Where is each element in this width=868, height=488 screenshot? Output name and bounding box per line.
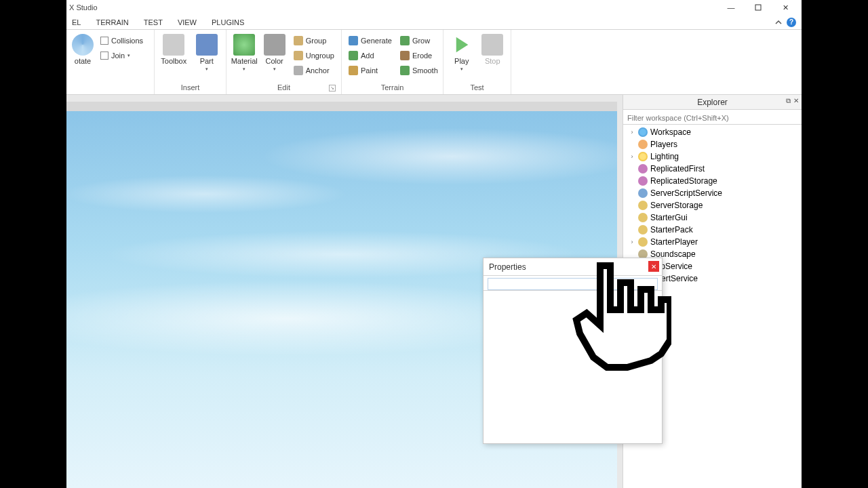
material-button[interactable]: Material ▾ — [231, 33, 258, 82]
group-label-test: Test — [448, 82, 507, 93]
chevron-down-icon: ▾ — [205, 66, 208, 72]
ribbon-group-tools: otate Collisions Join ▾ — [66, 30, 155, 94]
tree-node-replicatedfirst[interactable]: ReplicatedFirst — [623, 163, 802, 175]
checkbox-icon — [100, 37, 108, 45]
collisions-join-stack: Collisions Join ▾ — [98, 33, 146, 90]
stop-icon — [481, 34, 503, 56]
play-button[interactable]: Play ▾ — [448, 33, 476, 82]
smooth-button[interactable]: Smooth — [397, 64, 441, 77]
paint-icon — [349, 66, 358, 75]
grow-icon — [400, 36, 410, 45]
part-icon — [196, 34, 218, 56]
rotate-button[interactable]: otate — [71, 33, 95, 90]
help-icon[interactable]: ? — [787, 18, 796, 27]
tree-node-starterpack[interactable]: StarterPack — [623, 224, 802, 236]
generate-button[interactable]: Generate — [346, 34, 395, 47]
tree-node-players[interactable]: Players — [623, 138, 802, 150]
grow-button[interactable]: Grow — [397, 34, 441, 47]
ribbon: otate Collisions Join ▾ — [66, 30, 802, 95]
close-button[interactable]: ✕ — [772, 0, 799, 15]
join-toggle[interactable]: Join ▾ — [98, 49, 146, 62]
expand-icon[interactable]: › — [629, 239, 635, 245]
properties-filter-input[interactable] — [488, 278, 658, 290]
add-button[interactable]: Add — [346, 49, 395, 62]
anchor-icon — [294, 66, 303, 75]
ribbon-group-test: Play ▾ Stop Test — [443, 30, 511, 94]
expand-icon[interactable]: › — [629, 129, 635, 136]
close-panel-icon[interactable]: ✕ — [793, 97, 799, 105]
chevron-down-icon: ▾ — [127, 53, 130, 58]
tree-node-lighting[interactable]: ›Lighting — [623, 150, 802, 163]
chevron-down-icon: ▾ — [243, 66, 245, 72]
tree-node-starterplayer[interactable]: ›StarterPlayer — [623, 236, 802, 248]
tree-node-serverscriptservice[interactable]: ServerScriptService — [623, 187, 802, 199]
toolbox-icon — [163, 34, 184, 56]
edit-smallbuttons: Group Ungroup Anchor — [291, 33, 337, 82]
stop-button[interactable]: Stop — [479, 33, 507, 82]
group-button[interactable]: Group — [291, 34, 337, 47]
rotate-icon — [72, 34, 94, 56]
ribbon-group-insert: Toolbox Part ▾ Insert — [155, 30, 226, 94]
tree-node-workspace[interactable]: ›Workspace — [623, 126, 802, 138]
tree-node-label: StarterPlayer — [650, 237, 698, 247]
erode-button[interactable]: Erode — [397, 49, 441, 62]
undock-icon[interactable]: ⧉ — [786, 97, 791, 105]
expand-icon[interactable]: › — [629, 153, 635, 160]
toolbox-button[interactable]: Toolbox — [159, 33, 189, 82]
tree-node-startergui[interactable]: StarterGui — [623, 211, 802, 224]
replicatedstorage-icon — [638, 176, 648, 186]
lighting-icon — [638, 152, 648, 161]
chevron-down-icon: ▾ — [460, 66, 463, 72]
menu-el[interactable]: EL — [72, 18, 81, 26]
generate-icon — [349, 36, 358, 45]
ribbon-group-terrain: Generate Add Paint Grow Erode Smooth Ter… — [342, 30, 443, 94]
starterpack-icon — [638, 225, 648, 235]
group-label-terrain: Terrain — [346, 82, 439, 93]
paint-button[interactable]: Paint — [346, 64, 395, 77]
players-icon — [638, 140, 648, 149]
add-icon — [349, 51, 358, 60]
replicatedfirst-icon — [638, 164, 648, 174]
main-area: Explorer ⧉ ✕ ›WorkspacePlayers›LightingR… — [66, 95, 802, 488]
menu-test[interactable]: TEST — [144, 18, 163, 26]
app-title: X Studio — [69, 3, 98, 12]
properties-close-button[interactable]: ✕ — [648, 261, 659, 272]
window-controls: — ✕ — [717, 0, 799, 15]
serverstorage-icon — [638, 201, 648, 210]
ribbon-group-edit: Material ▾ Color ▾ Group Ungroup Anchor … — [226, 30, 342, 94]
chevron-down-icon: ▾ — [273, 66, 276, 72]
smooth-icon — [400, 66, 410, 75]
maximize-button[interactable] — [745, 0, 772, 15]
titlebar: X Studio — ✕ — [66, 0, 802, 15]
workspace-icon — [638, 127, 648, 137]
minimize-button[interactable]: — — [717, 0, 745, 15]
menu-terrain[interactable]: TERRAIN — [96, 18, 128, 26]
tree-node-serverstorage[interactable]: ServerStorage — [623, 199, 802, 211]
material-icon — [233, 34, 255, 56]
properties-panel[interactable]: Properties ✕ — [483, 258, 663, 444]
terrain-col1: Generate Add Paint — [346, 33, 395, 82]
menu-plugins[interactable]: PLUGINS — [212, 18, 244, 26]
serverscriptservice-icon — [638, 188, 648, 198]
ungroup-button[interactable]: Ungroup — [291, 49, 337, 62]
explorer-filter — [623, 110, 802, 125]
erode-icon — [400, 51, 410, 60]
explorer-header: Explorer ⧉ ✕ — [623, 95, 802, 110]
part-button[interactable]: Part ▾ — [192, 33, 222, 82]
tree-node-label: Players — [650, 140, 677, 149]
anchor-button[interactable]: Anchor — [291, 64, 337, 77]
tree-node-label: ReplicatedStorage — [650, 176, 717, 186]
play-icon — [451, 34, 473, 56]
tree-node-label: StarterPack — [650, 225, 693, 235]
collapse-ribbon-icon[interactable] — [774, 18, 783, 26]
properties-header[interactable]: Properties ✕ — [484, 258, 662, 276]
color-button[interactable]: Color ▾ — [260, 33, 288, 82]
tree-node-label: ServerScriptService — [650, 188, 722, 198]
menubar: EL TERRAIN TEST VIEW PLUGINS ? — [66, 15, 802, 30]
menu-view[interactable]: VIEW — [178, 18, 197, 26]
filter-input[interactable] — [627, 112, 797, 124]
svg-rect-0 — [755, 5, 761, 10]
collisions-toggle[interactable]: Collisions — [98, 34, 146, 47]
expand-icon[interactable]: ↘ — [329, 85, 336, 92]
tree-node-replicatedstorage[interactable]: ReplicatedStorage — [623, 175, 802, 187]
